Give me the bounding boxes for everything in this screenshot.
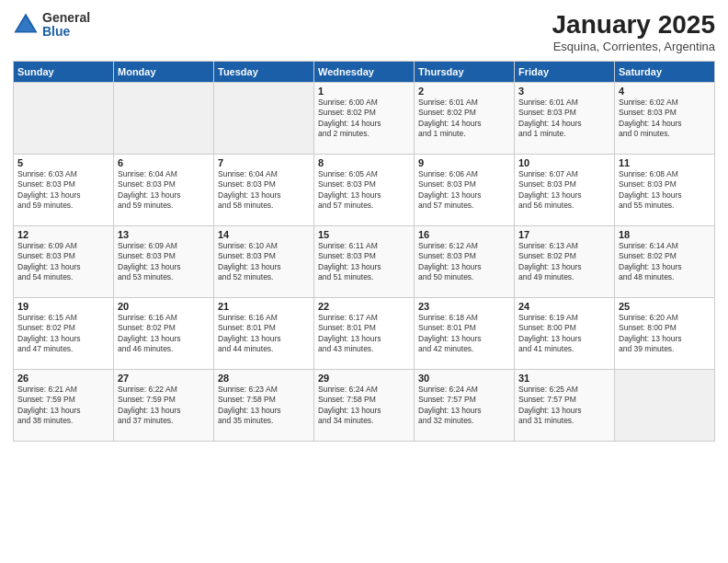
- day-info: Sunrise: 6:10 AM Sunset: 8:03 PM Dayligh…: [218, 241, 310, 283]
- day-info: Sunrise: 6:17 AM Sunset: 8:01 PM Dayligh…: [318, 313, 410, 355]
- day-info: Sunrise: 6:01 AM Sunset: 8:03 PM Dayligh…: [518, 98, 610, 140]
- day-info: Sunrise: 6:04 AM Sunset: 8:03 PM Dayligh…: [118, 169, 210, 212]
- day-cell: 5Sunrise: 6:03 AM Sunset: 8:03 PM Daylig…: [14, 154, 114, 225]
- day-info: Sunrise: 6:25 AM Sunset: 7:57 PM Dayligh…: [518, 385, 610, 427]
- day-cell: 25Sunrise: 6:20 AM Sunset: 8:00 PM Dayli…: [615, 297, 715, 369]
- day-number: 25: [619, 301, 711, 312]
- day-info: Sunrise: 6:09 AM Sunset: 8:03 PM Dayligh…: [17, 241, 109, 283]
- day-number: 19: [17, 301, 109, 312]
- day-info: Sunrise: 6:18 AM Sunset: 8:01 PM Dayligh…: [418, 313, 510, 355]
- title-block: January 2025 Esquina, Corrientes, Argent…: [552, 11, 715, 53]
- day-cell: 10Sunrise: 6:07 AM Sunset: 8:03 PM Dayli…: [515, 154, 615, 225]
- day-info: Sunrise: 6:13 AM Sunset: 8:02 PM Dayligh…: [518, 241, 610, 283]
- weekday-header-tuesday: Tuesday: [214, 61, 314, 82]
- calendar: SundayMondayTuesdayWednesdayThursdayFrid…: [13, 61, 715, 442]
- day-cell: 1Sunrise: 6:00 AM Sunset: 8:02 PM Daylig…: [314, 82, 415, 154]
- day-cell: 29Sunrise: 6:24 AM Sunset: 7:58 PM Dayli…: [314, 369, 415, 441]
- location-subtitle: Esquina, Corrientes, Argentina: [552, 40, 715, 53]
- day-info: Sunrise: 6:24 AM Sunset: 7:57 PM Dayligh…: [418, 385, 510, 427]
- logo-blue-label: Blue: [42, 25, 90, 39]
- week-row-2: 12Sunrise: 6:09 AM Sunset: 8:03 PM Dayli…: [14, 225, 715, 297]
- day-cell: 22Sunrise: 6:17 AM Sunset: 8:01 PM Dayli…: [314, 297, 415, 369]
- day-cell: [615, 369, 715, 441]
- day-cell: 20Sunrise: 6:16 AM Sunset: 8:02 PM Dayli…: [114, 297, 214, 369]
- header: General Blue January 2025 Esquina, Corri…: [13, 11, 715, 53]
- day-info: Sunrise: 6:15 AM Sunset: 8:02 PM Dayligh…: [17, 313, 109, 355]
- day-number: 7: [218, 157, 310, 168]
- weekday-header-thursday: Thursday: [415, 61, 515, 82]
- day-cell: 21Sunrise: 6:16 AM Sunset: 8:01 PM Dayli…: [214, 297, 314, 369]
- weekday-header-saturday: Saturday: [615, 61, 715, 82]
- weekday-header-row: SundayMondayTuesdayWednesdayThursdayFrid…: [14, 61, 715, 82]
- day-number: 17: [518, 229, 610, 240]
- day-number: 16: [418, 229, 510, 240]
- day-cell: 12Sunrise: 6:09 AM Sunset: 8:03 PM Dayli…: [14, 225, 114, 297]
- day-number: 30: [418, 373, 510, 384]
- day-cell: 6Sunrise: 6:04 AM Sunset: 8:03 PM Daylig…: [114, 154, 214, 225]
- day-cell: 2Sunrise: 6:01 AM Sunset: 8:02 PM Daylig…: [415, 82, 515, 154]
- day-cell: 23Sunrise: 6:18 AM Sunset: 8:01 PM Dayli…: [415, 297, 515, 369]
- day-info: Sunrise: 6:03 AM Sunset: 8:03 PM Dayligh…: [17, 169, 109, 212]
- day-number: 4: [619, 86, 711, 97]
- weekday-header-friday: Friday: [515, 61, 615, 82]
- day-info: Sunrise: 6:08 AM Sunset: 8:03 PM Dayligh…: [619, 169, 711, 212]
- day-number: 2: [418, 86, 510, 97]
- day-info: Sunrise: 6:00 AM Sunset: 8:02 PM Dayligh…: [318, 98, 410, 140]
- day-number: 18: [619, 229, 711, 240]
- day-info: Sunrise: 6:01 AM Sunset: 8:02 PM Dayligh…: [418, 98, 510, 140]
- day-cell: 13Sunrise: 6:09 AM Sunset: 8:03 PM Dayli…: [114, 225, 214, 297]
- day-cell: 4Sunrise: 6:02 AM Sunset: 8:03 PM Daylig…: [615, 82, 715, 154]
- logo-text: General Blue: [42, 11, 90, 40]
- day-number: 11: [619, 157, 711, 168]
- day-info: Sunrise: 6:19 AM Sunset: 8:00 PM Dayligh…: [518, 313, 610, 355]
- day-cell: 7Sunrise: 6:04 AM Sunset: 8:03 PM Daylig…: [214, 154, 314, 225]
- day-cell: 19Sunrise: 6:15 AM Sunset: 8:02 PM Dayli…: [14, 297, 114, 369]
- day-info: Sunrise: 6:07 AM Sunset: 8:03 PM Dayligh…: [518, 169, 610, 212]
- day-cell: 16Sunrise: 6:12 AM Sunset: 8:03 PM Dayli…: [415, 225, 515, 297]
- day-cell: 24Sunrise: 6:19 AM Sunset: 8:00 PM Dayli…: [515, 297, 615, 369]
- day-number: 10: [518, 157, 610, 168]
- day-info: Sunrise: 6:20 AM Sunset: 8:00 PM Dayligh…: [619, 313, 711, 355]
- day-number: 12: [17, 229, 109, 240]
- day-info: Sunrise: 6:22 AM Sunset: 7:59 PM Dayligh…: [118, 385, 210, 427]
- day-number: 27: [118, 373, 210, 384]
- day-info: Sunrise: 6:16 AM Sunset: 8:02 PM Dayligh…: [118, 313, 210, 355]
- day-number: 5: [17, 157, 109, 168]
- day-cell: 15Sunrise: 6:11 AM Sunset: 8:03 PM Dayli…: [314, 225, 415, 297]
- day-cell: [114, 82, 214, 154]
- day-number: 26: [17, 373, 109, 384]
- day-number: 20: [118, 301, 210, 312]
- day-cell: 26Sunrise: 6:21 AM Sunset: 7:59 PM Dayli…: [14, 369, 114, 441]
- day-cell: 9Sunrise: 6:06 AM Sunset: 8:03 PM Daylig…: [415, 154, 515, 225]
- day-number: 13: [118, 229, 210, 240]
- day-info: Sunrise: 6:09 AM Sunset: 8:03 PM Dayligh…: [118, 241, 210, 283]
- day-cell: 31Sunrise: 6:25 AM Sunset: 7:57 PM Dayli…: [515, 369, 615, 441]
- logo-general-label: General: [42, 11, 90, 25]
- day-cell: 30Sunrise: 6:24 AM Sunset: 7:57 PM Dayli…: [415, 369, 515, 441]
- day-number: 8: [318, 157, 410, 168]
- day-info: Sunrise: 6:23 AM Sunset: 7:58 PM Dayligh…: [218, 385, 310, 427]
- week-row-1: 5Sunrise: 6:03 AM Sunset: 8:03 PM Daylig…: [14, 154, 715, 225]
- day-cell: 27Sunrise: 6:22 AM Sunset: 7:59 PM Dayli…: [114, 369, 214, 441]
- weekday-header-monday: Monday: [114, 61, 214, 82]
- page: General Blue January 2025 Esquina, Corri…: [0, 0, 728, 563]
- day-number: 21: [218, 301, 310, 312]
- week-row-4: 26Sunrise: 6:21 AM Sunset: 7:59 PM Dayli…: [14, 369, 715, 441]
- month-title: January 2025: [552, 11, 715, 40]
- day-info: Sunrise: 6:16 AM Sunset: 8:01 PM Dayligh…: [218, 313, 310, 355]
- day-cell: 28Sunrise: 6:23 AM Sunset: 7:58 PM Dayli…: [214, 369, 314, 441]
- day-number: 6: [118, 157, 210, 168]
- week-row-3: 19Sunrise: 6:15 AM Sunset: 8:02 PM Dayli…: [14, 297, 715, 369]
- day-cell: 17Sunrise: 6:13 AM Sunset: 8:02 PM Dayli…: [515, 225, 615, 297]
- day-info: Sunrise: 6:02 AM Sunset: 8:03 PM Dayligh…: [619, 98, 711, 140]
- day-cell: 3Sunrise: 6:01 AM Sunset: 8:03 PM Daylig…: [515, 82, 615, 154]
- day-number: 24: [518, 301, 610, 312]
- day-info: Sunrise: 6:24 AM Sunset: 7:58 PM Dayligh…: [318, 385, 410, 427]
- day-number: 1: [318, 86, 410, 97]
- week-row-0: 1Sunrise: 6:00 AM Sunset: 8:02 PM Daylig…: [14, 82, 715, 154]
- weekday-header-wednesday: Wednesday: [314, 61, 415, 82]
- day-cell: 14Sunrise: 6:10 AM Sunset: 8:03 PM Dayli…: [214, 225, 314, 297]
- day-number: 31: [518, 373, 610, 384]
- logo: General Blue: [13, 11, 90, 40]
- day-info: Sunrise: 6:06 AM Sunset: 8:03 PM Dayligh…: [418, 169, 510, 212]
